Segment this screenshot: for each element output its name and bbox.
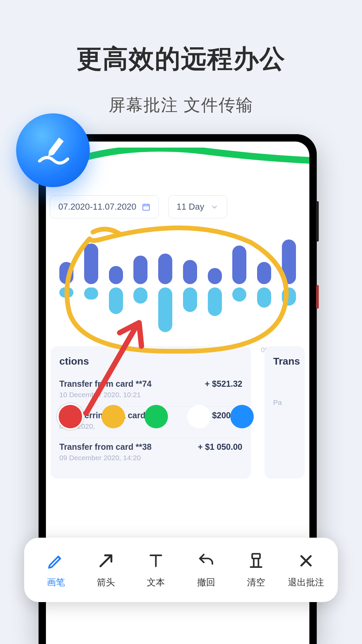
phone-side-button bbox=[316, 285, 319, 309]
text-icon bbox=[146, 551, 165, 572]
day-selector-text: 11 Day bbox=[177, 202, 204, 212]
color-swatch[interactable] bbox=[230, 405, 254, 428]
color-swatch[interactable] bbox=[102, 405, 125, 428]
calendar-icon bbox=[142, 203, 150, 211]
date-range-text: 07.2020-11.07.2020 bbox=[58, 202, 136, 212]
exit-tool[interactable]: 退出批注 bbox=[283, 551, 329, 588]
pen-tool[interactable]: 画笔 bbox=[33, 551, 79, 588]
page-title: 更高效的远程办公 bbox=[0, 0, 362, 76]
svg-rect-0 bbox=[143, 204, 149, 210]
undo-tool[interactable]: 撤回 bbox=[183, 551, 230, 588]
tool-label: 退出批注 bbox=[288, 576, 324, 588]
tool-label: 清空 bbox=[247, 576, 265, 588]
svg-line-1 bbox=[86, 326, 136, 413]
annotation-toolbar: 画笔 箭头 文本 撤回 清空 退出批注 bbox=[24, 538, 338, 602]
svg-rect-3 bbox=[252, 554, 260, 558]
color-palette bbox=[46, 405, 309, 428]
day-selector[interactable]: 11 Day bbox=[168, 195, 227, 218]
date-range-selector[interactable]: 07.2020-11.07.2020 bbox=[50, 195, 159, 218]
chevron-down-icon bbox=[210, 203, 219, 211]
transaction-amount: + $1 050.00 bbox=[198, 442, 242, 452]
red-arrow-annotation bbox=[73, 313, 160, 420]
transaction-date: 09 December 2020, 14:20 bbox=[59, 454, 152, 462]
tool-label: 箭头 bbox=[97, 576, 115, 588]
clear-icon bbox=[247, 551, 265, 572]
color-swatch[interactable] bbox=[187, 405, 211, 428]
transaction-row[interactable]: Transfer from card **38 09 December 2020… bbox=[59, 438, 242, 469]
tool-label: 文本 bbox=[147, 576, 165, 588]
tool-label: 撤回 bbox=[197, 576, 215, 588]
transaction-amount: + $521.32 bbox=[205, 379, 242, 389]
phone-side-button bbox=[316, 201, 319, 241]
color-swatch[interactable] bbox=[144, 405, 168, 428]
annotation-badge bbox=[16, 113, 90, 187]
svg-line-2 bbox=[101, 556, 111, 566]
pen-draw-icon bbox=[33, 130, 73, 170]
color-swatch[interactable] bbox=[59, 405, 82, 428]
page-subtitle: 屏幕批注 文件传输 bbox=[0, 94, 362, 116]
tool-label: 画笔 bbox=[47, 576, 65, 588]
arrow-icon bbox=[97, 551, 115, 572]
transaction-name: Transfer from card **38 bbox=[59, 442, 152, 452]
exit-icon bbox=[297, 551, 315, 572]
pen-icon bbox=[47, 551, 65, 572]
arrow-tool[interactable]: 箭头 bbox=[82, 551, 129, 588]
clear-tool[interactable]: 清空 bbox=[233, 551, 280, 588]
undo-icon bbox=[197, 551, 216, 572]
text-tool[interactable]: 文本 bbox=[132, 551, 179, 588]
